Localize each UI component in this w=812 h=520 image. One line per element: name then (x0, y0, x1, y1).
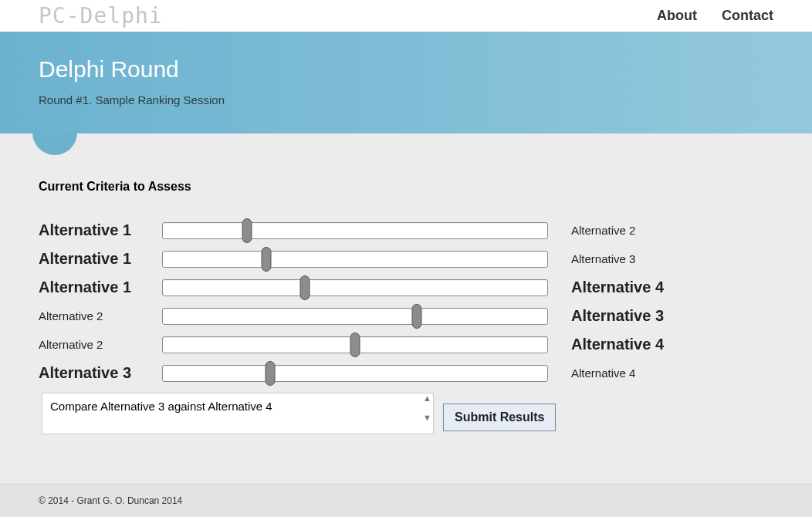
slider-thumb[interactable] (262, 247, 272, 272)
comparison-row: Alternative 2Alternative 3 (39, 307, 773, 325)
comparison-slider[interactable] (162, 279, 548, 296)
right-alternative-label: Alternative 4 (571, 366, 635, 380)
right-alternative-label: Alternative 4 (571, 279, 664, 296)
comparison-slider[interactable] (162, 251, 548, 268)
slider-thumb[interactable] (242, 218, 252, 243)
slider-thumb[interactable] (350, 333, 360, 357)
page-title: Delphi Round (39, 56, 773, 83)
slider-thumb[interactable] (266, 361, 276, 386)
slider-track (162, 279, 548, 296)
comparison-row: Alternative 1Alternative 3 (39, 250, 773, 268)
submit-button[interactable]: Submit Results (443, 404, 556, 431)
comparison-row: Alternative 2Alternative 4 (39, 336, 773, 353)
nav-about[interactable]: About (657, 8, 697, 24)
left-alternative-label: Alternative 1 (39, 221, 162, 239)
slider-track (162, 365, 548, 382)
left-alternative-label: Alternative 1 (39, 250, 162, 268)
nav-contact[interactable]: Contact (722, 8, 773, 24)
slider-track (162, 222, 548, 239)
banner: Delphi Round Round #1. Sample Ranking Se… (0, 32, 812, 133)
spinner-up-icon[interactable]: ▲ (423, 394, 431, 403)
section-title: Current Criteria to Assess (39, 180, 773, 194)
slider-track (162, 308, 548, 325)
slider-rows: Alternative 1Alternative 2Alternative 1A… (39, 221, 773, 382)
spinner-down-icon[interactable]: ▼ (423, 414, 431, 422)
content: Current Criteria to Assess Alternative 1… (0, 133, 812, 484)
left-alternative-label: Alternative 1 (39, 279, 162, 296)
comparison-slider[interactable] (162, 308, 548, 325)
slider-thumb[interactable] (412, 304, 422, 329)
comment-wrap: ▲ ▼ (42, 393, 434, 437)
slider-track (162, 251, 548, 268)
comparison-row: Alternative 1Alternative 4 (39, 279, 773, 296)
left-alternative-label: Alternative 2 (39, 338, 162, 351)
textarea-spinner: ▲ ▼ (423, 394, 431, 422)
right-alternative-label: Alternative 2 (571, 224, 635, 237)
bottom-row: ▲ ▼ Submit Results (39, 393, 773, 437)
right-alternative-label: Alternative 3 (571, 307, 664, 325)
comparison-slider[interactable] (162, 336, 548, 353)
page-subtitle: Round #1. Sample Ranking Session (39, 93, 773, 106)
right-alternative-label: Alternative 3 (571, 252, 635, 265)
comparison-slider[interactable] (162, 222, 548, 239)
comparison-slider[interactable] (162, 365, 548, 382)
comment-textarea[interactable] (42, 393, 434, 434)
brand-logo[interactable]: PC-Delphi (39, 3, 163, 29)
top-nav: About Contact (657, 8, 773, 24)
footer: © 2014 - Grant G. O. Duncan 2014 (0, 484, 812, 517)
slider-thumb[interactable] (300, 275, 310, 300)
left-alternative-label: Alternative 2 (39, 309, 162, 322)
comparison-row: Alternative 1Alternative 2 (39, 221, 773, 239)
right-alternative-label: Alternative 4 (571, 336, 664, 353)
comparison-row: Alternative 3Alternative 4 (39, 364, 773, 382)
left-alternative-label: Alternative 3 (39, 364, 162, 382)
topbar: PC-Delphi About Contact (0, 0, 812, 32)
